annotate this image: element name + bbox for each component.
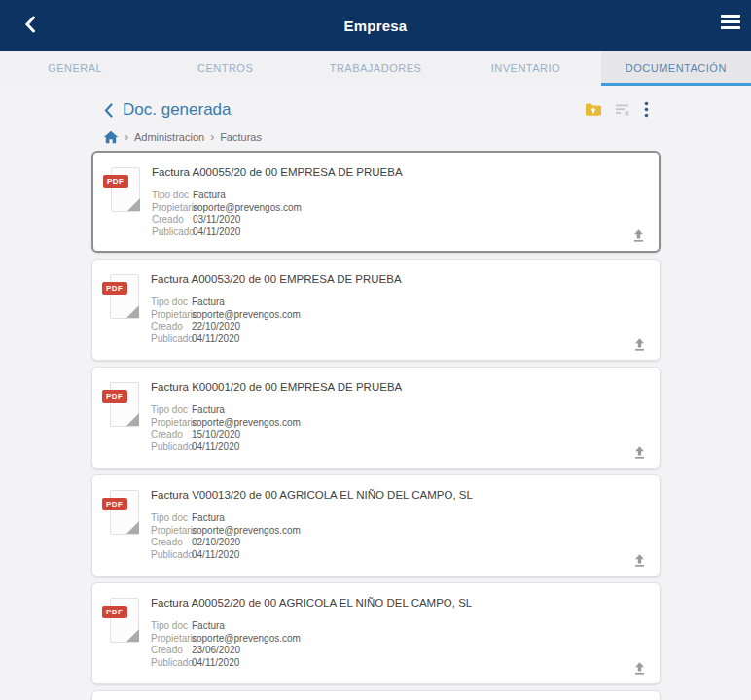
field-value-propietario: soporte@prevengos.com xyxy=(192,525,301,538)
field-label-publicado: Publicado xyxy=(151,333,192,346)
field-value-creado: 02/10/2020 xyxy=(192,537,240,549)
field-label-tipo-doc: Tipo doc xyxy=(152,190,193,202)
pdf-file-icon: PDF xyxy=(102,274,143,327)
pdf-file-icon: PDF xyxy=(102,598,143,650)
field-label-creado: Creado xyxy=(151,429,192,441)
field-label-tipo-doc: Tipo doc xyxy=(151,512,192,525)
pdf-badge: PDF xyxy=(102,282,127,295)
tab-bar: GENERAL CENTROS TRABAJADORES INVENTARIO … xyxy=(0,51,751,86)
document-card[interactable]: PDF Factura A00053/20 de 00 EMPRESA DE P… xyxy=(91,259,661,361)
breadcrumb-administracion[interactable]: Administracion xyxy=(134,131,204,143)
tab-centros[interactable]: CENTROS xyxy=(150,51,300,86)
upload-icon[interactable] xyxy=(631,552,648,569)
field-value-creado: 23/06/2020 xyxy=(192,645,240,657)
home-icon[interactable] xyxy=(103,130,119,144)
breadcrumb-separator: › xyxy=(125,132,128,143)
more-options-icon[interactable] xyxy=(644,101,649,118)
field-value-propietario: soporte@prevengos.com xyxy=(192,633,301,646)
document-title: Factura A00052/20 de 00 AGRICOLA EL NIÑO… xyxy=(151,597,644,610)
upload-icon[interactable] xyxy=(630,228,647,244)
field-value-propietario: soporte@prevengos.com xyxy=(192,309,301,322)
upload-icon[interactable] xyxy=(631,660,648,677)
field-value-creado: 22/10/2020 xyxy=(192,321,240,333)
document-title: Factura A00055/20 de 00 EMPRESA DE PRUEB… xyxy=(152,166,643,179)
folder-upload-icon[interactable] xyxy=(585,102,602,117)
section-back-icon[interactable] xyxy=(103,103,115,119)
pdf-file-icon: PDF xyxy=(103,167,144,220)
page-title: Empresa xyxy=(0,0,751,51)
breadcrumb: › Administracion › Facturas xyxy=(91,129,661,145)
pdf-file-icon: PDF xyxy=(102,490,143,542)
pdf-file-icon: PDF xyxy=(102,382,143,435)
field-label-publicado: Publicado xyxy=(151,441,192,454)
document-title: Factura V00013/20 de 00 AGRICOLA EL NIÑO… xyxy=(151,489,644,502)
document-card[interactable]: PDF Factura V00013/20 de 00 AGRICOLA EL … xyxy=(91,474,661,577)
field-label-publicado: Publicado xyxy=(151,657,192,670)
pdf-badge: PDF xyxy=(102,390,127,402)
field-label-publicado: Publicado xyxy=(151,549,192,562)
field-value-creado: 03/11/2020 xyxy=(193,214,240,227)
upload-icon[interactable] xyxy=(631,336,648,353)
tab-trabajadores[interactable]: TRABAJADORES xyxy=(301,51,450,86)
field-value-publicado: 04/11/2020 xyxy=(193,227,240,239)
document-card[interactable]: PDF Factura K00001/20 de 00 EMPRESA DE P… xyxy=(91,367,661,469)
field-value-tipo-doc: Factura xyxy=(192,297,225,309)
field-value-creado: 15/10/2020 xyxy=(192,429,240,441)
partial-document-card[interactable] xyxy=(91,690,661,700)
pdf-badge: PDF xyxy=(102,498,127,510)
field-value-tipo-doc: Factura xyxy=(192,404,225,417)
upload-icon[interactable] xyxy=(631,444,648,461)
field-value-publicado: 04/11/2020 xyxy=(192,549,239,562)
document-details: Factura V00013/20 de 00 AGRICOLA EL NIÑO… xyxy=(151,489,644,576)
field-value-publicado: 04/11/2020 xyxy=(192,657,239,670)
field-value-propietario: soporte@prevengos.com xyxy=(192,417,301,430)
pdf-badge: PDF xyxy=(102,606,127,618)
field-label-propietario: Propietario xyxy=(151,525,192,538)
field-label-propietario: Propietario xyxy=(151,633,192,646)
document-details: Factura K00001/20 de 00 EMPRESA DE PRUEB… xyxy=(151,381,644,468)
breadcrumb-separator: › xyxy=(210,132,214,143)
field-value-publicado: 04/11/2020 xyxy=(192,441,239,454)
pdf-badge: PDF xyxy=(103,175,128,188)
section-title: Doc. generada xyxy=(123,100,232,120)
field-value-tipo-doc: Factura xyxy=(192,512,225,525)
field-value-tipo-doc: Factura xyxy=(193,190,226,202)
document-card[interactable]: PDF Factura A00055/20 de 00 EMPRESA DE P… xyxy=(91,151,661,253)
field-label-creado: Creado xyxy=(151,645,192,657)
tab-general[interactable]: GENERAL xyxy=(0,51,150,86)
field-value-publicado: 04/11/2020 xyxy=(192,333,239,346)
field-label-propietario: Propietario xyxy=(151,417,192,430)
document-card[interactable]: PDF Factura A00052/20 de 00 AGRICOLA EL … xyxy=(91,582,661,684)
field-label-publicado: Publicado xyxy=(152,227,193,239)
section-actions xyxy=(585,101,649,118)
document-title: Factura A00053/20 de 00 EMPRESA DE PRUEB… xyxy=(151,273,644,286)
field-value-propietario: soporte@prevengos.com xyxy=(193,202,302,215)
document-details: Factura A00052/20 de 00 AGRICOLA EL NIÑO… xyxy=(151,597,644,683)
tab-documentacion[interactable]: DOCUMENTACIÓN xyxy=(601,51,751,86)
document-list: PDF Factura A00055/20 de 00 EMPRESA DE P… xyxy=(91,151,661,700)
field-label-propietario: Propietario xyxy=(151,309,192,322)
field-label-tipo-doc: Tipo doc xyxy=(151,297,192,309)
app-header: Empresa xyxy=(0,0,751,51)
section-header: Doc. generada xyxy=(91,99,661,122)
field-value-tipo-doc: Factura xyxy=(192,620,225,633)
field-label-propietario: Propietario xyxy=(152,202,193,215)
field-label-creado: Creado xyxy=(152,214,193,227)
tab-inventario[interactable]: INVENTARIO xyxy=(450,51,600,86)
document-title: Factura K00001/20 de 00 EMPRESA DE PRUEB… xyxy=(151,381,644,394)
document-details: Factura A00053/20 de 00 EMPRESA DE PRUEB… xyxy=(151,273,644,360)
field-label-creado: Creado xyxy=(151,537,192,549)
field-label-tipo-doc: Tipo doc xyxy=(151,620,192,633)
clear-filter-icon[interactable] xyxy=(615,102,631,117)
breadcrumb-facturas[interactable]: Facturas xyxy=(220,131,262,143)
field-label-tipo-doc: Tipo doc xyxy=(151,404,192,417)
hamburger-menu-icon[interactable] xyxy=(721,15,742,36)
document-details: Factura A00055/20 de 00 EMPRESA DE PRUEB… xyxy=(152,166,643,251)
field-label-creado: Creado xyxy=(151,321,192,333)
